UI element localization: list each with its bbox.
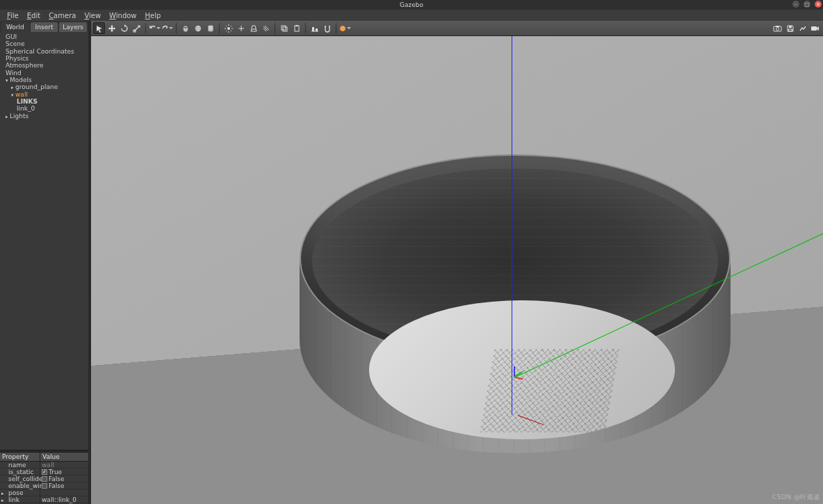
tree-scene[interactable]: Scene: [3, 40, 85, 47]
svg-line-12: [231, 31, 231, 31]
svg-point-33: [341, 26, 345, 31]
svg-rect-30: [316, 29, 318, 31]
svg-rect-36: [776, 26, 779, 27]
screenshot-icon[interactable]: [772, 22, 783, 34]
svg-point-15: [240, 27, 242, 29]
tree-wind[interactable]: Wind: [3, 70, 85, 76]
align-icon[interactable]: [309, 22, 320, 34]
tree-links-header: LINKS: [3, 98, 85, 105]
sun-light-icon[interactable]: [222, 22, 234, 34]
select-arrow-icon[interactable]: [93, 22, 105, 34]
origin-gizmo-icon: [514, 376, 518, 380]
svg-line-21: [263, 26, 268, 31]
save-icon[interactable]: [784, 22, 796, 34]
tree-physics[interactable]: Physics: [3, 55, 85, 62]
svg-point-6: [227, 27, 230, 30]
property-panel: Property Value name wall is_static ✓True…: [0, 453, 88, 504]
move-icon[interactable]: [106, 22, 117, 34]
checkbox-icon[interactable]: [42, 483, 47, 489]
prop-pose[interactable]: pose: [0, 489, 88, 496]
separator: [176, 23, 177, 34]
title-bar: Gazebo – □ ×: [0, 0, 823, 10]
svg-rect-39: [811, 26, 817, 31]
tree-models[interactable]: ▾Models: [3, 76, 85, 83]
svg-line-11: [226, 26, 227, 26]
menu-help[interactable]: Help: [141, 12, 165, 19]
copy-icon[interactable]: [278, 22, 290, 34]
prop-name[interactable]: name wall: [0, 462, 88, 469]
tree-wall[interactable]: ▾wall: [3, 91, 85, 98]
undo-icon[interactable]: [149, 22, 161, 34]
scale-icon[interactable]: [131, 22, 142, 34]
box-icon[interactable]: [179, 22, 191, 34]
redo-icon[interactable]: [161, 22, 173, 34]
prop-self-collide[interactable]: self_collide False: [0, 475, 88, 482]
prop-enable-wind[interactable]: enable_wind False: [0, 482, 88, 489]
window-title: Gazebo: [400, 1, 423, 8]
svg-rect-29: [312, 27, 314, 31]
spot-light-icon[interactable]: [247, 22, 259, 34]
menu-camera[interactable]: Camera: [44, 12, 80, 19]
separator: [145, 23, 146, 34]
paste-icon[interactable]: [291, 22, 302, 34]
menu-edit[interactable]: Edit: [23, 12, 44, 19]
left-panel: World Insert Layers GUI Scene Spherical …: [0, 21, 88, 504]
minimize-button[interactable]: –: [792, 1, 799, 8]
svg-rect-38: [788, 29, 792, 31]
tab-insert[interactable]: Insert: [31, 22, 58, 32]
svg-point-35: [776, 27, 779, 30]
svg-point-5: [208, 29, 213, 31]
svg-line-22: [265, 26, 269, 30]
svg-line-13: [231, 26, 231, 26]
axis-z-icon: [512, 36, 512, 415]
prop-is-static[interactable]: is_static ✓True: [0, 469, 88, 475]
right-area: CSDN @叶孤诚: [91, 21, 823, 504]
tab-world[interactable]: World: [1, 22, 29, 32]
menu-window[interactable]: Window: [105, 12, 140, 19]
sphere-icon[interactable]: [192, 22, 204, 34]
model-wall-floor: [369, 300, 675, 439]
tree-link-0[interactable]: link_0: [3, 105, 85, 112]
directional-light-icon[interactable]: [260, 22, 272, 34]
video-icon[interactable]: [809, 22, 821, 34]
svg-point-1: [195, 25, 200, 31]
panel-tabs: World Insert Layers: [0, 21, 88, 32]
tree-lights[interactable]: ▸Lights: [3, 113, 85, 120]
property-header-value: Value: [40, 453, 88, 461]
menu-file[interactable]: File: [3, 12, 23, 19]
window-buttons: – □ ×: [792, 1, 822, 8]
tree-ground-plane[interactable]: ▸ground_plane: [3, 83, 85, 90]
plot-icon[interactable]: [797, 22, 808, 34]
menu-view[interactable]: View: [80, 12, 105, 19]
world-tree[interactable]: GUI Scene Spherical Coordinates Physics …: [0, 32, 88, 450]
record-icon[interactable]: [339, 22, 351, 34]
tab-layers[interactable]: Layers: [59, 22, 87, 32]
maximize-button[interactable]: □: [804, 1, 810, 8]
menu-bar: File Edit Camera View Window Help: [0, 10, 823, 21]
prop-link[interactable]: link wall::link_0: [0, 496, 88, 503]
separator: [275, 23, 275, 34]
rotate-icon[interactable]: [118, 22, 130, 34]
svg-rect-25: [283, 27, 287, 31]
svg-line-14: [226, 31, 227, 31]
separator: [305, 23, 306, 34]
viewport-3d[interactable]: CSDN @叶孤诚: [91, 36, 823, 504]
separator: [219, 23, 220, 34]
svg-rect-26: [295, 26, 299, 31]
cylinder-icon[interactable]: [204, 22, 216, 34]
svg-rect-27: [295, 25, 298, 26]
tree-atmosphere[interactable]: Atmosphere: [3, 62, 85, 69]
point-light-icon[interactable]: [235, 22, 247, 34]
tree-spherical[interactable]: Spherical Coordinates: [3, 48, 85, 55]
checkbox-icon[interactable]: ✓: [42, 469, 47, 475]
tree-gui[interactable]: GUI: [3, 33, 85, 40]
close-button[interactable]: ×: [815, 1, 822, 8]
separator: [336, 23, 336, 34]
checkbox-icon[interactable]: [42, 476, 47, 482]
svg-rect-24: [282, 26, 286, 30]
watermark: CSDN @叶孤诚: [772, 493, 820, 502]
main-area: World Insert Layers GUI Scene Spherical …: [0, 21, 823, 504]
property-header: Property Value: [0, 453, 88, 462]
snap-icon[interactable]: [321, 22, 333, 34]
property-header-name: Property: [0, 453, 40, 461]
